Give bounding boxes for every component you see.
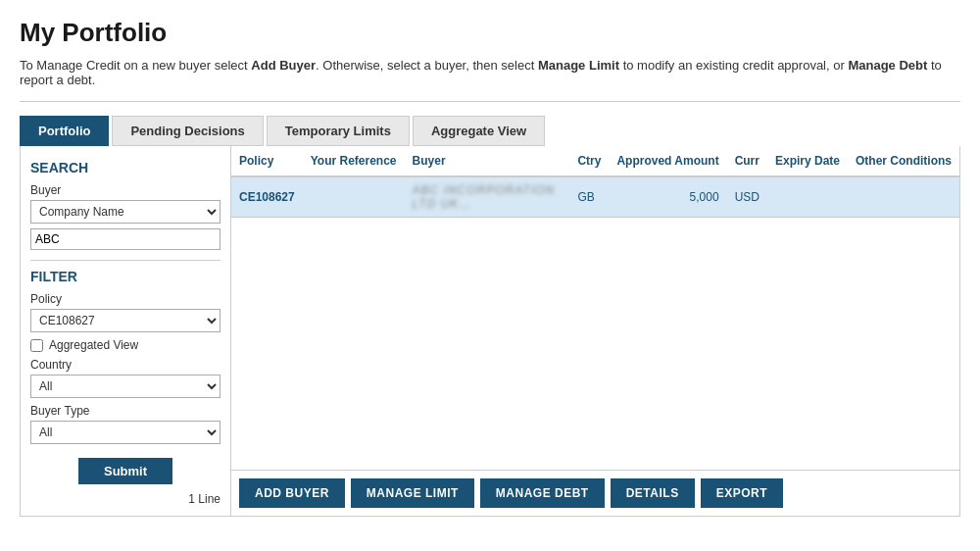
cell-other-conditions bbox=[848, 176, 959, 218]
search-section-title: SEARCH bbox=[30, 160, 220, 175]
policy-select[interactable]: CE108627 All bbox=[30, 309, 220, 332]
country-label: Country bbox=[30, 358, 220, 372]
main-content: SEARCH Buyer Company Name Policy Referen… bbox=[20, 146, 960, 517]
submit-button[interactable]: Submit bbox=[78, 458, 172, 484]
table-scroll[interactable]: Policy Your Reference Buyer Ctry Approve… bbox=[231, 146, 959, 470]
cell-your-reference bbox=[303, 176, 405, 218]
data-table: Policy Your Reference Buyer Ctry Approve… bbox=[231, 146, 959, 218]
col-expiry-date: Expiry Date bbox=[767, 146, 848, 176]
tab-pending-decisions[interactable]: Pending Decisions bbox=[112, 116, 263, 146]
buyer-type-label: Buyer Type bbox=[30, 404, 220, 418]
cell-buyer: ABC INCORPORATION LTD UK... bbox=[405, 176, 570, 218]
buyer-type-select[interactable]: Company Name Policy Reference Buyer Refe… bbox=[30, 200, 220, 224]
aggregated-view-checkbox[interactable] bbox=[30, 339, 43, 352]
manage-limit-button[interactable]: MANAGE LIMIT bbox=[351, 478, 474, 508]
table-area: Policy Your Reference Buyer Ctry Approve… bbox=[231, 146, 959, 516]
sidebar: SEARCH Buyer Company Name Policy Referen… bbox=[21, 146, 231, 516]
tab-portfolio[interactable]: Portfolio bbox=[20, 116, 109, 146]
cell-ctry: GB bbox=[569, 176, 609, 218]
export-button[interactable]: EXPORT bbox=[701, 478, 783, 508]
col-other-conditions: Other Conditions bbox=[848, 146, 959, 176]
col-your-reference: Your Reference bbox=[303, 146, 405, 176]
col-ctry: Ctry bbox=[569, 146, 609, 176]
tab-bar: Portfolio Pending Decisions Temporary Li… bbox=[20, 116, 960, 146]
buyer-label: Buyer bbox=[30, 183, 220, 197]
line-count: 1 Line bbox=[30, 492, 220, 506]
action-buttons-bar: ADD BUYER MANAGE LIMIT MANAGE DEBT DETAI… bbox=[231, 470, 959, 516]
filter-section-title: FILTER bbox=[30, 269, 220, 284]
col-policy: Policy bbox=[231, 146, 303, 176]
tab-temporary-limits[interactable]: Temporary Limits bbox=[267, 116, 410, 146]
cell-expiry-date bbox=[767, 176, 848, 218]
country-select[interactable]: All GB US DE bbox=[30, 375, 220, 398]
table-header-row: Policy Your Reference Buyer Ctry Approve… bbox=[231, 146, 959, 176]
policy-label: Policy bbox=[30, 292, 220, 306]
col-curr: Curr bbox=[727, 146, 767, 176]
cell-curr: USD bbox=[727, 176, 767, 218]
search-input[interactable] bbox=[30, 228, 220, 250]
cell-approved-amount: 5,000 bbox=[609, 176, 726, 218]
buyer-type-filter-select[interactable]: All Corporate Individual bbox=[30, 421, 220, 444]
tab-aggregate-view[interactable]: Aggregate View bbox=[413, 116, 545, 146]
description-text: To Manage Credit on a new buyer select A… bbox=[20, 58, 960, 102]
table-row[interactable]: CE108627 ABC INCORPORATION LTD UK... GB … bbox=[231, 176, 959, 218]
aggregated-view-label: Aggregated View bbox=[49, 338, 138, 352]
col-approved-amount: Approved Amount bbox=[609, 146, 726, 176]
col-buyer: Buyer bbox=[405, 146, 570, 176]
add-buyer-button[interactable]: ADD BUYER bbox=[239, 478, 345, 508]
page-title: My Portfolio bbox=[20, 18, 960, 48]
details-button[interactable]: DETAILS bbox=[611, 478, 695, 508]
aggregated-view-row: Aggregated View bbox=[30, 338, 220, 352]
manage-debt-button[interactable]: MANAGE DEBT bbox=[480, 478, 605, 508]
cell-policy[interactable]: CE108627 bbox=[231, 176, 303, 218]
